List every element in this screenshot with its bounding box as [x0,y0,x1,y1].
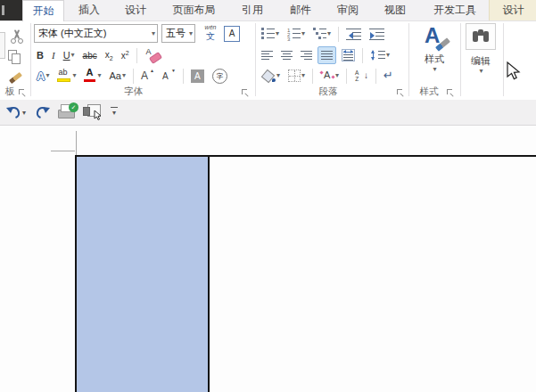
chevron-down-icon[interactable]: ▾ [479,68,482,75]
chevron-down-icon[interactable]: ▾ [152,29,155,37]
change-case-button[interactable]: Aa▾ [106,67,128,85]
clear-formatting-button[interactable]: A [142,46,165,64]
numbering-button[interactable]: 1 2 3 ▾ [284,25,308,43]
justify-button[interactable] [317,46,336,64]
ribbon-home: 板 宋体 (中文正文) ▾ 五号 ▾ wén 文 A B I U▾ abc x2… [0,21,536,100]
cut-icon[interactable] [10,29,24,44]
superscript-button[interactable]: x2 [119,46,132,64]
grow-font-button[interactable]: A▲ [138,67,157,85]
multilevel-list-button[interactable]: ▾ [310,25,334,43]
chevron-down-icon[interactable]: ▾ [276,30,279,37]
quick-print-icon[interactable]: ✓ [57,104,78,120]
enclose-characters-button[interactable]: 字 [210,67,230,85]
asian-layout-button[interactable]: A ▾ [317,67,342,85]
chevron-down-icon[interactable]: ▾ [72,72,76,79]
document-canvas[interactable] [0,126,536,392]
separator [133,69,134,84]
distribute-text-icon [342,49,355,61]
redo-icon[interactable] [36,106,50,118]
chevron-down-icon[interactable]: ▾ [189,29,193,37]
chevron-down-icon[interactable]: ▾ [301,30,305,37]
clipboard-group-label: 板 [0,86,20,98]
group-separator [30,23,31,96]
sort-button[interactable]: AZ ↓ [351,67,371,85]
customize-qat-button[interactable]: ▾ [109,106,120,118]
line-spacing-button[interactable]: ▾ [367,46,392,64]
tab-insert[interactable]: 插入 [68,0,111,20]
tab-page-layout[interactable]: 页面布局 [161,0,227,20]
align-center-icon [281,51,293,60]
grow-font-icon: A▲ [141,69,154,83]
shading-button[interactable]: ▾ [259,67,283,85]
format-painter-icon[interactable] [9,72,23,83]
font-size-combobox[interactable]: 五号 ▾ [161,24,195,43]
tab-developer[interactable]: 开发工具 [421,0,489,20]
chevron-down-icon[interactable]: ▾ [276,72,280,79]
highlight-color-button[interactable]: ab ▾ [54,67,78,85]
enclose-characters-icon: 字 [212,69,227,84]
word-window: 开始 插入 设计 页面布局 引用 邮件 审阅 视图 开发工具 设计 板 宋体 (… [0,0,536,392]
italic-button[interactable]: I [49,46,58,64]
character-border-button[interactable]: A [224,26,240,42]
font-name-combobox[interactable]: 宋体 (中文正文) ▾ [34,24,158,43]
chevron-down-icon[interactable]: ▾ [386,52,390,59]
file-tab-glyph-fragment [2,5,4,15]
tab-view[interactable]: 视图 [374,0,416,20]
paragraph-dialog-launcher[interactable] [397,89,404,96]
phonetic-guide-button[interactable]: wén 文 [200,24,221,44]
decrease-indent-button[interactable] [343,25,364,43]
tab-design[interactable]: 设计 [114,0,157,20]
distribute-text-button[interactable] [339,46,358,64]
underline-button[interactable]: U▾ [61,46,78,64]
quick-access-toolbar: ▾ ✓ ▾ [0,100,536,126]
justify-icon [321,51,333,60]
clipboard-dialog-launcher[interactable] [19,89,26,96]
tab-references[interactable]: 引用 [231,0,274,20]
shrink-font-button[interactable]: A▼ [160,67,178,85]
selected-table-cell[interactable] [77,157,208,392]
text-effects-button[interactable]: A▾ [34,67,52,85]
increase-indent-button[interactable] [367,25,387,43]
align-center-button[interactable] [278,46,295,64]
tab-mailings[interactable]: 邮件 [279,0,322,20]
align-right-button[interactable] [298,46,315,64]
strikethrough-button[interactable]: abc [80,46,100,64]
tab-home[interactable]: 开始 [22,0,64,21]
chevron-down-icon[interactable]: ▾ [327,30,331,37]
tab-review[interactable]: 审阅 [326,0,369,20]
bullets-icon [261,28,275,40]
borders-button[interactable]: ▾ [285,67,308,85]
check-icon: ✓ [69,102,78,112]
subscript-button[interactable]: x2 [103,46,116,64]
font-dialog-launcher[interactable] [242,89,249,96]
chevron-down-icon[interactable]: ▾ [122,72,126,79]
show-hide-marks-button[interactable]: ↵ [381,67,396,85]
chevron-down-icon[interactable]: ▾ [97,72,101,79]
chevron-down-icon[interactable]: ▾ [335,72,339,79]
font-color-button[interactable]: A ▾ [81,67,103,85]
undo-dropdown-icon[interactable]: ▾ [22,109,26,117]
styles-gallery-button[interactable]: A 样式 ▾ [412,23,457,73]
subscript-glyph: x2 [105,50,113,61]
chevron-down-icon[interactable]: ▾ [301,72,305,79]
chevron-down-icon[interactable]: ▾ [45,72,49,79]
chevron-down-icon[interactable]: ▾ [71,52,75,59]
group-separator [503,23,504,96]
bold-button[interactable]: B [34,46,46,64]
select-objects-icon[interactable] [83,104,104,120]
align-left-button[interactable] [259,46,276,64]
character-shading-button[interactable]: A [188,67,207,85]
styles-dialog-launcher[interactable] [447,89,454,96]
styles-group-label: 样式 [410,86,448,98]
tab-table-tools-design[interactable]: 设计 [489,0,536,20]
shrink-font-icon: A▼ [162,69,176,83]
paste-button-partial[interactable] [0,32,5,59]
bullets-button[interactable]: ▾ [259,25,282,43]
editing-button[interactable]: 编辑 ▾ [462,52,499,75]
separator [183,69,184,84]
chevron-down-icon[interactable]: ▾ [433,66,436,73]
asian-layout-icon: A [320,69,334,82]
undo-icon[interactable] [6,106,21,118]
copy-icon[interactable] [8,50,21,64]
separator [346,69,347,84]
